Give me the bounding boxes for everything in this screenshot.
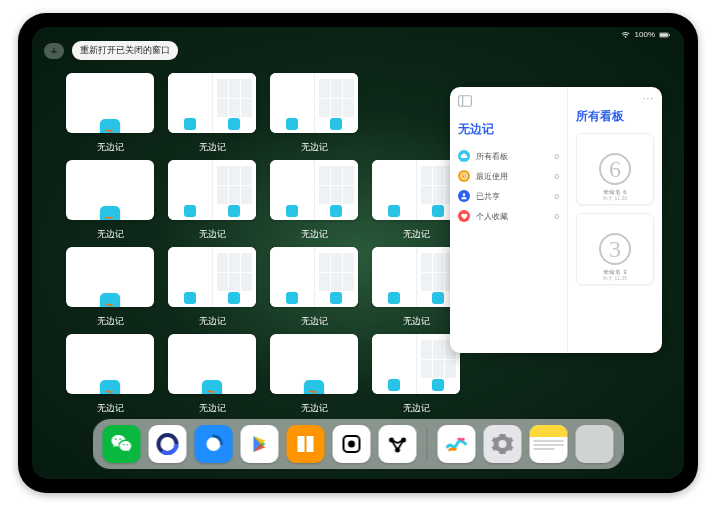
window-cell[interactable]: 无边记 — [168, 160, 256, 241]
board-sketch: 3 — [599, 233, 631, 265]
window-label: 无边记 — [301, 402, 328, 415]
window-cell[interactable]: 无边记 — [66, 160, 154, 241]
notes-app-icon[interactable] — [530, 425, 568, 463]
sidebar-item-shared[interactable]: 已共享 0 — [458, 186, 559, 206]
window-label: 无边记 — [199, 228, 226, 241]
window-thumb — [270, 160, 358, 220]
dock-separator — [427, 427, 428, 461]
cloud-icon — [458, 150, 470, 162]
wifi-icon — [620, 31, 631, 39]
board-caption: 未命名 3 昨天 11:25 — [577, 269, 653, 281]
window-thumb — [372, 334, 460, 394]
freeform-app-icon[interactable] — [438, 425, 476, 463]
dice-app-icon[interactable] — [333, 425, 371, 463]
app-preview-panel[interactable]: 无边记 所有看板 0 最近使用 0 — [450, 87, 662, 353]
new-window-button[interactable]: + — [44, 43, 64, 59]
window-cell[interactable]: 无边记 — [66, 247, 154, 328]
window-cell[interactable]: 无边记 — [168, 73, 256, 154]
board-subtitle: 昨天 11:26 — [577, 196, 653, 202]
board-title: 未命名 3 — [603, 269, 626, 275]
board-sketch: 6 — [599, 153, 631, 185]
sidebar-item-all[interactable]: 所有看板 0 — [458, 146, 559, 166]
top-bar: + 重新打开已关闭的窗口 — [44, 41, 178, 60]
window-cell[interactable]: 无边记 — [270, 73, 358, 154]
window-cell[interactable]: 无边记 — [372, 334, 460, 415]
preview-main: ··· 所有看板 6 未命名 6 昨天 11:26 3 未命名 3 昨天 11:… — [568, 87, 662, 353]
window-thumb — [168, 160, 256, 220]
preview-right-title: 所有看板 — [576, 108, 654, 125]
heart-icon — [458, 210, 470, 222]
window-label: 无边记 — [97, 315, 124, 328]
window-cell[interactable]: 无边记 — [270, 160, 358, 241]
ipad-screen: 100% + 重新打开已关闭的窗口 无边记 无边记 — [32, 27, 684, 479]
reopen-tip[interactable]: 重新打开已关闭的窗口 — [72, 41, 178, 60]
svg-rect-2 — [669, 33, 670, 35]
sidebar-item-count: 0 — [555, 192, 559, 201]
window-label: 无边记 — [97, 228, 124, 241]
sidebar-item-favorites[interactable]: 个人收藏 0 — [458, 206, 559, 226]
settings-app-icon[interactable] — [484, 425, 522, 463]
ipad-device: 100% + 重新打开已关闭的窗口 无边记 无边记 — [18, 13, 698, 493]
window-cell[interactable]: 无边记 — [270, 247, 358, 328]
more-icon[interactable]: ··· — [576, 93, 654, 104]
qqbrowser-app-icon[interactable] — [195, 425, 233, 463]
board-subtitle: 昨天 11:25 — [577, 276, 653, 282]
svg-point-13 — [349, 442, 354, 447]
window-grid: 无边记 无边记 无边记 无边记 — [66, 73, 466, 415]
clock-icon — [458, 170, 470, 182]
sidebar-item-label: 已共享 — [476, 191, 500, 202]
svg-point-6 — [463, 193, 466, 196]
battery-label: 100% — [635, 30, 655, 39]
window-label: 无边记 — [403, 228, 430, 241]
board-caption: 未命名 6 昨天 11:26 — [577, 189, 653, 201]
window-label: 无边记 — [301, 228, 328, 241]
window-thumb — [168, 73, 256, 133]
board-title: 未命名 6 — [603, 189, 626, 195]
window-cell[interactable]: 无边记 — [372, 247, 460, 328]
preview-title: 无边记 — [458, 121, 559, 138]
window-cell[interactable]: 无边记 — [168, 247, 256, 328]
app-library-icon[interactable] — [576, 425, 614, 463]
sidebar-item-count: 0 — [555, 152, 559, 161]
board-card[interactable]: 6 未命名 6 昨天 11:26 — [576, 133, 654, 205]
dock — [93, 419, 624, 469]
window-thumb — [168, 334, 256, 394]
sidebar-item-recent[interactable]: 最近使用 0 — [458, 166, 559, 186]
window-label: 无边记 — [199, 315, 226, 328]
sidebar-item-count: 0 — [555, 212, 559, 221]
window-thumb — [372, 247, 460, 307]
svg-rect-11 — [305, 436, 307, 452]
quark-app-icon[interactable] — [149, 425, 187, 463]
window-label: 无边记 — [199, 141, 226, 154]
books-app-icon[interactable] — [287, 425, 325, 463]
svg-rect-3 — [459, 96, 472, 107]
sidebar-item-count: 0 — [555, 172, 559, 181]
window-thumb — [270, 73, 358, 133]
wechat-app-icon[interactable] — [103, 425, 141, 463]
window-cell[interactable]: 无边记 — [372, 160, 460, 241]
preview-sidebar: 无边记 所有看板 0 最近使用 0 — [450, 87, 568, 353]
window-label: 无边记 — [301, 141, 328, 154]
window-cell[interactable]: 无边记 — [66, 73, 154, 154]
play-app-icon[interactable] — [241, 425, 279, 463]
window-thumb — [372, 160, 460, 220]
battery-icon — [659, 31, 670, 39]
window-label: 无边记 — [97, 141, 124, 154]
window-cell[interactable]: 无边记 — [66, 334, 154, 415]
window-label: 无边记 — [403, 315, 430, 328]
sidebar-item-label: 个人收藏 — [476, 211, 508, 222]
window-cell[interactable]: 无边记 — [168, 334, 256, 415]
sidebar-item-label: 所有看板 — [476, 151, 508, 162]
person-icon — [458, 190, 470, 202]
window-label: 无边记 — [301, 315, 328, 328]
window-thumb — [270, 334, 358, 394]
window-label: 无边记 — [97, 402, 124, 415]
graph-app-icon[interactable] — [379, 425, 417, 463]
window-thumb — [270, 247, 358, 307]
board-card[interactable]: 3 未命名 3 昨天 11:25 — [576, 213, 654, 285]
window-cell[interactable]: 无边记 — [270, 334, 358, 415]
sidebar-item-label: 最近使用 — [476, 171, 508, 182]
sidebar-toggle-icon[interactable] — [458, 95, 472, 107]
window-thumb — [66, 247, 154, 307]
window-thumb — [66, 73, 154, 133]
